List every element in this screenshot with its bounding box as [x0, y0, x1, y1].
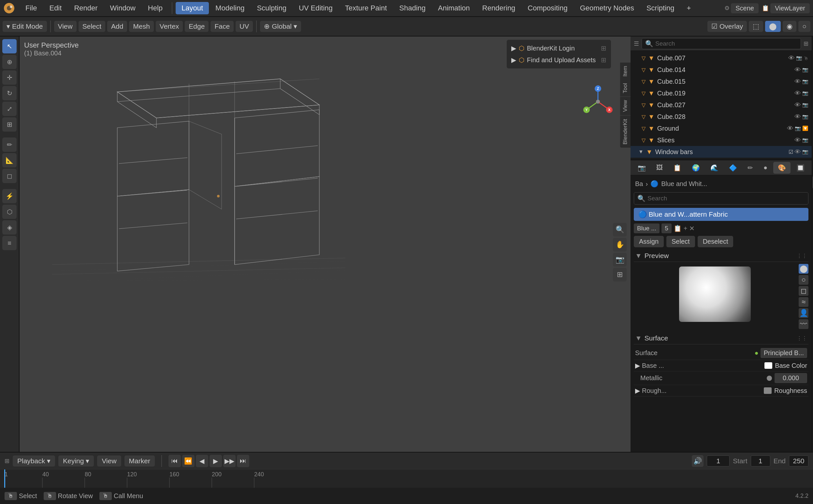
prop-tab-data[interactable]: 🔲 — [792, 162, 809, 174]
render-icon[interactable]: 📷 — [802, 137, 808, 143]
grid-btn[interactable]: ⊞ — [613, 268, 627, 281]
end-frame-input[interactable]: 250 — [789, 455, 808, 467]
workspace-animation[interactable]: Animation — [432, 2, 476, 14]
metallic-value[interactable]: 0.000 — [775, 373, 807, 383]
outliner-search[interactable]: 🔍 Search — [642, 38, 801, 49]
measure-tool[interactable]: 📐 — [2, 153, 17, 167]
workspace-scripting[interactable]: Scripting — [641, 2, 680, 14]
vis-icon[interactable]: 👁 — [788, 54, 795, 62]
transform-tool[interactable]: ⊞ — [2, 117, 17, 132]
workspace-compositing[interactable]: Compositing — [522, 2, 573, 14]
overlay-btn[interactable]: ☑ Overlay — [707, 21, 747, 32]
preview-hair-btn[interactable]: 〰 — [799, 319, 808, 329]
select-menu[interactable]: Select — [79, 21, 105, 32]
add-menu[interactable]: Add — [107, 21, 127, 32]
prop-tab-world[interactable]: 🌊 — [706, 162, 723, 174]
bevel-tool[interactable]: ◈ — [2, 220, 17, 235]
workspace-layout[interactable]: Layout — [176, 2, 209, 14]
sidebar-tab-tool[interactable]: Tool — [620, 80, 631, 97]
marker-menu[interactable]: Marker — [124, 455, 155, 467]
audio-icon[interactable]: 🔊 — [692, 455, 704, 467]
face-menu[interactable]: Face — [211, 21, 234, 32]
sidebar-tab-view[interactable]: View — [620, 97, 631, 116]
inset-tool[interactable]: ⬡ — [2, 205, 17, 219]
select-btn[interactable]: Select — [666, 236, 695, 247]
outliner-item-slices[interactable]: ▽ ▼ Slices 👁 📷 — [631, 134, 812, 146]
outliner-item-windowbars[interactable]: ▼ ▼ Window bars ☑ 👁 📷 — [631, 146, 812, 158]
prop-tab-particles[interactable]: ● — [759, 162, 772, 173]
next-frame-btn[interactable]: ▶▶ — [223, 455, 236, 467]
camera-btn[interactable]: 📷 — [613, 253, 627, 266]
xray-btn[interactable]: ⬚ — [749, 21, 763, 32]
prop-tab-render[interactable]: 📷 — [633, 162, 650, 174]
menu-help[interactable]: Help — [142, 2, 168, 14]
vis-icon[interactable]: 👁 — [794, 113, 801, 121]
surface-section-header[interactable]: ▼ Surface ⋮⋮ — [634, 332, 808, 344]
playback-menu[interactable]: Playback ▾ — [13, 455, 55, 467]
outliner-item-cube014[interactable]: ▽ ▼ Cube.014 👁 📷 — [631, 64, 812, 76]
rendered-shading-btn[interactable]: ○ — [798, 21, 810, 32]
prop-tab-viewlayer[interactable]: 📋 — [669, 162, 686, 174]
grab-btn[interactable]: ✋ — [613, 238, 627, 252]
workspace-rendering[interactable]: Rendering — [476, 2, 521, 14]
cursor-tool[interactable]: ⊕ — [2, 55, 17, 69]
filter-icon[interactable]: 🔽 — [802, 125, 808, 131]
outliner-item-cube027[interactable]: ▽ ▼ Cube.027 👁 📷 — [631, 99, 812, 111]
vis-icon[interactable]: 👁 — [794, 90, 801, 97]
material-new-btn[interactable]: + — [684, 225, 688, 232]
zoom-in-btn[interactable]: 🔍 — [613, 223, 627, 237]
properties-search[interactable]: 🔍 Search — [634, 192, 808, 205]
timeline-ruler[interactable]: 1 40 80 120 160 200 240 — [0, 469, 813, 488]
vis-icon[interactable]: 👁 — [794, 137, 801, 144]
material-shading-btn[interactable]: ◉ — [783, 21, 796, 32]
prop-tab-output[interactable]: 🖼 — [652, 162, 667, 173]
prop-tab-scene[interactable]: 🌍 — [687, 162, 704, 174]
menu-edit[interactable]: Edit — [43, 2, 67, 14]
menu-window[interactable]: Window — [104, 2, 141, 14]
select-icon[interactable]: 🖱 — [804, 55, 808, 61]
assign-btn[interactable]: Assign — [634, 236, 664, 247]
mode-selector[interactable]: ▾ Edit Mode — [3, 21, 47, 32]
outliner-filter-btn[interactable]: ⊞ — [804, 40, 808, 47]
prop-tab-material[interactable]: 🎨 — [773, 162, 791, 174]
outliner-item-cube[interactable]: ▽ ▼ Cube 👁 📷 — [631, 158, 812, 160]
workspace-geometry-nodes[interactable]: Geometry Nodes — [574, 2, 640, 14]
preview-circle-btn[interactable]: ○ — [799, 275, 808, 285]
base-color-swatch[interactable] — [764, 362, 772, 369]
surface-options[interactable]: ⋮⋮ — [797, 335, 807, 341]
outliner-item-cube028[interactable]: ▽ ▼ Cube.028 👁 📷 — [631, 111, 812, 122]
render-icon[interactable]: 📷 — [802, 67, 808, 73]
add-tool[interactable]: ◻ — [2, 169, 17, 183]
view-menu-timeline[interactable]: View — [97, 455, 121, 467]
prev-frame-btn[interactable]: ◀ — [196, 455, 208, 467]
workspace-uv-editing[interactable]: UV Editing — [293, 2, 339, 14]
add-workspace-btn[interactable]: + — [681, 2, 697, 14]
sidebar-tab-item[interactable]: Item — [620, 63, 631, 80]
keying-menu[interactable]: Keying ▾ — [58, 455, 94, 467]
render-icon[interactable]: 📷 — [802, 102, 808, 108]
vis-icon[interactable]: 👁 — [794, 101, 801, 109]
jump-start-btn[interactable]: ⏮ — [168, 455, 181, 467]
viewlayer-selector[interactable]: ViewLayer — [770, 3, 810, 13]
solid-shading-btn[interactable]: ⬤ — [765, 21, 781, 32]
material-slot-btn[interactable]: 🔵 Blue and W...attern Fabric — [634, 208, 808, 221]
outliner-item-cube015[interactable]: ▽ ▼ Cube.015 👁 📷 — [631, 76, 812, 87]
edge-menu[interactable]: Edge — [185, 21, 209, 32]
play-btn[interactable]: ▶ — [210, 455, 222, 467]
vis-icon[interactable]: 👁 — [794, 66, 801, 74]
knife-tool[interactable]: ⚡ — [2, 189, 17, 203]
jump-end-btn[interactable]: ⏭ — [237, 455, 249, 467]
preview-bust-btn[interactable]: 👤 — [799, 308, 808, 318]
render-icon[interactable]: 📷 — [796, 55, 802, 61]
vertex-menu[interactable]: Vertex — [156, 21, 183, 32]
menu-file[interactable]: File — [20, 2, 43, 14]
workspace-sculpting[interactable]: Sculpting — [251, 2, 292, 14]
3d-viewport[interactable]: User Perspective (1) Base.004 ▶ ⬡ Blende… — [20, 36, 631, 468]
preview-options[interactable]: ⋮⋮ — [797, 253, 807, 259]
preview-section-header[interactable]: ▼ Preview ⋮⋮ — [634, 250, 808, 262]
vis-icon[interactable]: 👁 — [794, 78, 801, 85]
preview-sphere-btn[interactable]: ⬤ — [799, 264, 808, 274]
roughness-swatch[interactable] — [764, 387, 772, 394]
navigation-gizmo[interactable]: Z Y X — [582, 85, 614, 118]
deselect-btn[interactable]: Deselect — [698, 236, 733, 247]
